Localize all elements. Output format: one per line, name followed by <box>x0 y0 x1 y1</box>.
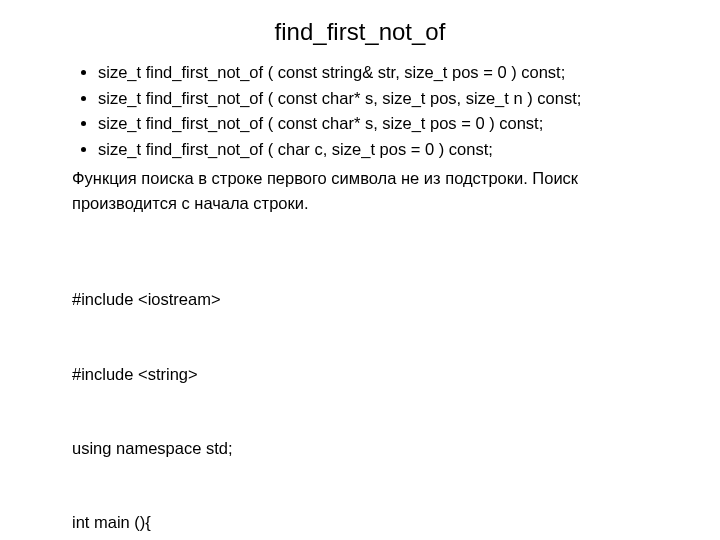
signature-item: size_t find_first_not_of ( const string&… <box>98 60 648 86</box>
signature-item: size_t find_first_not_of ( const char* s… <box>98 86 648 112</box>
description-text: Функция поиска в строке первого символа … <box>72 166 648 216</box>
code-line: int main (){ <box>72 510 648 535</box>
slide-title: find_first_not_of <box>72 18 648 46</box>
code-line: using namespace std; <box>72 436 648 461</box>
slide: find_first_not_of size_t find_first_not_… <box>0 0 720 540</box>
signature-item: size_t find_first_not_of ( char c, size_… <box>98 137 648 163</box>
signature-list: size_t find_first_not_of ( const string&… <box>72 60 648 162</box>
signature-item: size_t find_first_not_of ( const char* s… <box>98 111 648 137</box>
code-line: #include <iostream> <box>72 287 648 312</box>
code-block: #include <iostream> #include <string> us… <box>72 238 648 540</box>
code-line: #include <string> <box>72 362 648 387</box>
